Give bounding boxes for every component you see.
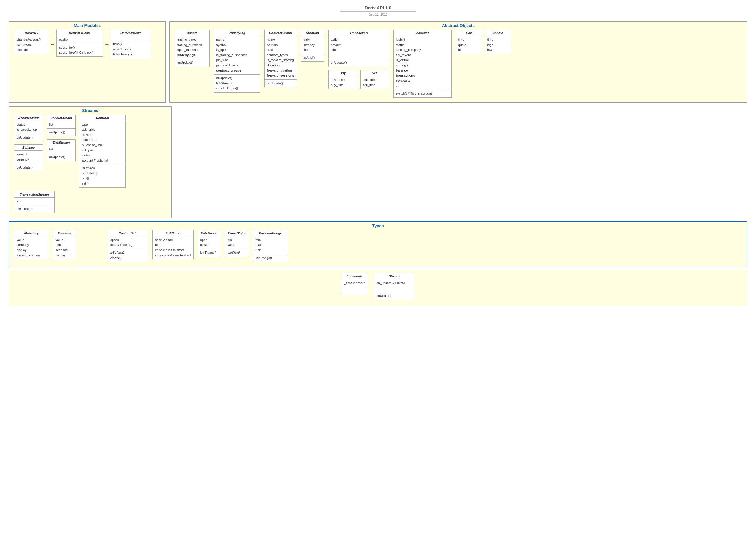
box-stream: Stream on_update // Private onUpdate() bbox=[374, 273, 414, 300]
box-websitestatus-footer: onUpdate() bbox=[14, 134, 43, 141]
streams-panel: Streams WebsiteStatus statusis_website_u… bbox=[9, 106, 172, 218]
box-tick-title: Tick bbox=[456, 30, 482, 36]
box-derivapicalls-body bbox=[111, 36, 151, 40]
box-buy-title: Buy bbox=[328, 70, 357, 76]
box-candlestream: CandleStream list onUpdate() bbox=[47, 115, 76, 136]
box-assets-title: Assets bbox=[175, 30, 209, 36]
box-monetary-title: Monetary bbox=[14, 230, 49, 236]
box-duration-abstract: Duration dailyintradaytick isValid() bbox=[301, 30, 324, 62]
box-sell-title: Sell bbox=[361, 70, 389, 76]
page-subtitle: July 11, 2019 bbox=[0, 13, 756, 16]
arrow-basic-to-calls: → bbox=[104, 41, 109, 47]
box-derivapi-body: changeAccount()tickStreamaccount bbox=[14, 36, 49, 54]
box-daterange: DateRange openclose isInRange() bbox=[197, 230, 221, 257]
box-durationrange-footer: isInRange() bbox=[253, 254, 287, 262]
box-customdate-footer: isBefore()isAfter() bbox=[108, 249, 148, 262]
box-derivapicalls-title: DerivAPICalls bbox=[111, 30, 151, 36]
top-row: Main Modules DerivAPI changeAccount()tic… bbox=[9, 21, 747, 103]
box-customdate-title: CustomDate bbox=[108, 230, 148, 236]
box-customdate-body: epochdate // Date obj bbox=[108, 236, 148, 249]
box-duration-type-title: Duration bbox=[53, 230, 76, 236]
box-underlying: Underlying namesymbolis_openis_trading_s… bbox=[214, 30, 260, 92]
box-durationrange-title: DurationRange bbox=[253, 230, 287, 236]
box-assets-footer: onUpdate() bbox=[175, 59, 209, 67]
box-underlying-body: namesymbolis_openis_trading_suspendedpip… bbox=[214, 36, 260, 74]
box-candlestream-body: list bbox=[47, 121, 75, 129]
types-panel: Types Monetary valuecurrencydisplayforma… bbox=[9, 221, 747, 267]
box-fullname-title: FullName bbox=[153, 230, 193, 236]
abstract-objects-panel: Abstract Objects Assets trading_timestra… bbox=[169, 21, 747, 103]
box-derivapibasic-body: cache bbox=[57, 36, 103, 44]
box-derivapi: DerivAPI changeAccount()tickStreamaccoun… bbox=[14, 30, 49, 54]
box-tickstream-body: list bbox=[47, 146, 75, 154]
box-fullname-body: short // codefullcode // alias to shorts… bbox=[153, 236, 193, 259]
box-transaction-body: actionamounttxId... bbox=[328, 36, 389, 59]
box-websitestatus-body: statusis_website_up bbox=[14, 121, 43, 134]
main-container: Main Modules DerivAPI changeAccount()tic… bbox=[0, 18, 756, 309]
box-contract-body: typeask_pricepayoutcontract_idpurchase_t… bbox=[80, 121, 125, 164]
box-duration-type: Duration valueunitsecondsdisplay bbox=[53, 230, 76, 259]
box-underlying-footer: onUpdate()tickStream()candleStream() bbox=[214, 74, 260, 92]
box-fullname: FullName short // codefullcode // alias … bbox=[152, 230, 193, 259]
box-transaction-title: Transaction bbox=[328, 30, 389, 36]
box-contract-footer: isExpiredonUpdate()buy()sell() bbox=[80, 164, 125, 187]
box-buy-body: buy_pricebuy_time bbox=[328, 76, 357, 89]
box-durationrange-body: minmaxunit bbox=[253, 236, 287, 254]
box-duration-abstract-body: dailyintradaytick bbox=[301, 36, 324, 54]
box-buy: Buy buy_pricebuy_time bbox=[328, 70, 357, 89]
box-daterange-title: DateRange bbox=[198, 230, 221, 236]
box-immutable-title: Immutable bbox=[342, 273, 368, 280]
box-websitestatus: WebsiteStatus statusis_website_up onUpda… bbox=[14, 115, 43, 142]
abstract-objects-title: Abstract Objects bbox=[442, 23, 475, 28]
box-duration-type-body: valueunitsecondsdisplay bbox=[53, 236, 76, 259]
box-derivapicalls: DerivAPICalls ticks()assetIndex()ticksHi… bbox=[110, 30, 151, 58]
page-header: Deriv API 1.0 July 11, 2019 bbox=[0, 0, 756, 18]
box-marketvalue: MarketValue pipvalue pipSized bbox=[225, 230, 249, 257]
box-account-footer: switch() // To this account bbox=[394, 90, 451, 97]
box-customdate: CustomDate epochdate // Date obj isBefor… bbox=[108, 230, 148, 262]
box-balance: Balance amountcurrency onUpdate() bbox=[14, 144, 43, 171]
box-marketvalue-footer: pipSized bbox=[225, 249, 249, 257]
box-stream-footer: onUpdate() bbox=[374, 287, 414, 300]
box-duration-abstract-footer: isValid() bbox=[301, 54, 324, 62]
box-derivapi-title: DerivAPI bbox=[14, 30, 49, 36]
box-assets: Assets trading_timestrading_durationsope… bbox=[175, 30, 210, 67]
box-derivapicalls-footer: ticks()assetIndex()ticksHistory() bbox=[111, 40, 151, 58]
main-modules-title: Main Modules bbox=[74, 23, 101, 28]
box-tick-body: timequotebid bbox=[456, 36, 482, 54]
arrow-derivapi-to-basic: → bbox=[50, 41, 55, 47]
box-derivapibasic-title: DerivAPIBasic bbox=[57, 30, 103, 36]
box-assets-body: trading_timestrading_durationsopen_marke… bbox=[175, 36, 209, 59]
box-account-title: Account bbox=[394, 30, 451, 36]
box-transaction-footer: onUpdate() bbox=[328, 59, 389, 67]
box-transactionstream: TransactionStream list onUpdate() bbox=[14, 191, 55, 213]
box-sell-body: sell_pricesell_time bbox=[361, 76, 389, 89]
box-tickstream: TickStream list onUpdate() bbox=[47, 139, 76, 161]
box-contractgroup-footer: onUpdate() bbox=[265, 79, 297, 87]
box-immutable: Immutable _data // private bbox=[342, 273, 368, 295]
box-websitestatus-title: WebsiteStatus bbox=[14, 115, 43, 121]
box-balance-footer: onUpdate() bbox=[14, 164, 43, 171]
box-derivapibasic-footer: subscribe()subscribeWithCallback() bbox=[57, 44, 103, 56]
box-contract-title: Contract bbox=[80, 115, 125, 121]
box-candle: Candle timehighlow bbox=[485, 30, 511, 54]
box-balance-body: amountcurrency bbox=[14, 151, 43, 163]
box-immutable-footer bbox=[342, 287, 368, 295]
box-tick: Tick timequotebid bbox=[456, 30, 482, 54]
box-candle-body: timehighlow bbox=[485, 36, 511, 54]
box-immutable-body: _data // private bbox=[342, 280, 368, 287]
box-underlying-title: Underlying bbox=[214, 30, 260, 36]
box-contractgroup-title: ContractGroup bbox=[265, 30, 297, 36]
box-sell: Sell sell_pricesell_time bbox=[360, 70, 389, 89]
box-daterange-body: openclose bbox=[198, 236, 221, 249]
box-contractgroup: ContractGroup namebarriersbasiscontract_… bbox=[264, 30, 297, 87]
box-transactionstream-title: TransactionStream bbox=[14, 191, 54, 198]
box-marketvalue-title: MarketValue bbox=[225, 230, 249, 236]
box-derivapibasic: DerivAPIBasic cache subscribe()subscribe… bbox=[56, 30, 103, 57]
box-contract: Contract typeask_pricepayoutcontract_idp… bbox=[79, 115, 126, 188]
box-account-body: loginidstatuslanding_companyapi_tokensis… bbox=[394, 36, 451, 90]
box-transactionstream-footer: onUpdate() bbox=[14, 205, 54, 213]
box-tickstream-title: TickStream bbox=[47, 140, 75, 146]
box-durationrange: DurationRange minmaxunit isInRange() bbox=[253, 230, 288, 262]
box-candlestream-title: CandleStream bbox=[47, 115, 75, 121]
